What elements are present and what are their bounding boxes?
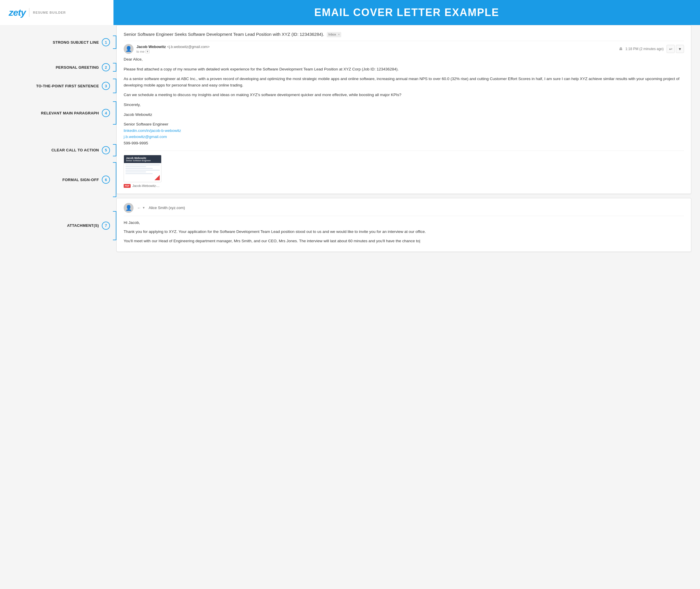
email-time-block: 🖶 1:18 PM (2 minutes ago) ↩ ▼ [619,45,684,53]
bracket-1 [113,35,116,49]
sender-name-email: Jacob Webowitz <j.b.webowitz@gmail.com> [136,44,210,49]
resume-name: Jacob Webowitz [126,157,159,160]
sender-block: 👤 Jacob Webowitz <j.b.webowitz@gmail.com… [124,44,210,54]
reply-avatar: 👤 [124,203,133,213]
sidebar-item-cta: CLEAR CALL TO ACTION 5 [9,142,116,158]
reply-para1: Thank you for applying to XYZ. Your appl… [124,228,684,235]
reply-actions: ← ▼ [137,206,145,210]
sender-avatar: 👤 [124,44,133,54]
email-link[interactable]: j.b.webowitz@gmail.com [124,135,167,139]
bracket-6 [113,162,116,197]
reply-card: 👤 ← ▼ Alice Smith (xyz.com) Hi Jacob, Th… [116,198,691,252]
sidebar-item-attachment: ATTACHMENT(S) 7 [9,217,116,233]
label-first-sentence: TO-THE-POINT FIRST SENTENCE [36,84,99,88]
resume-line-1 [125,165,160,165]
bracket-7 [113,211,116,240]
email-body: Dear Alice, Please find attached a copy … [124,56,684,147]
label-attachment: ATTACHMENT(S) [67,223,99,228]
email-sender-fullname: Jacob Webowitz [124,112,684,118]
reply-arrow-left[interactable]: ← [137,206,141,210]
sender-info: Jacob Webowitz <j.b.webowitz@gmail.com> … [136,44,210,53]
attachment-section: Jacob Webowitz Senior Software Engineer [124,151,684,188]
badge-2: 2 [102,63,110,71]
label-cta: CLEAR CALL TO ACTION [51,148,99,152]
header: zety RESUME BUILDER EMAIL COVER LETTER E… [0,0,700,25]
label-greeting: PERSONAL GREETING [56,65,99,69]
more-options-button[interactable]: ▼ [676,45,684,53]
resume-line-6 [125,173,153,174]
pdf-icon: PDF [124,184,131,188]
logo-subtitle: RESUME BUILDER [33,11,66,14]
pdf-label: PDF Jacob-Webowitz-... [124,184,684,188]
reply-para2: You'll meet with our Head of Engineering… [124,238,684,244]
email-closing: Sincerely, [124,102,684,108]
reply-dropdown[interactable]: ▼ [142,206,145,209]
main-content: STRONG SUBJECT LINE 1 PERSONAL GREETING … [0,25,700,263]
printer-icon: 🖶 [619,47,623,51]
resume-thumb-body [124,163,161,182]
sender-name: Jacob Webowitz [136,44,166,49]
resume-line-5 [125,172,146,172]
resume-thumbnail[interactable]: Jacob Webowitz Senior Software Engineer [124,155,161,182]
badge-1: 1 [102,38,110,46]
badge-7: 7 [102,222,110,230]
avatar-icon: 👤 [125,46,132,52]
reply-button[interactable]: ↩ [667,45,675,53]
bracket-2 [113,63,116,72]
reply-body: Hi Jacob, Thank you for applying to XYZ.… [124,219,684,244]
badge-4: 4 [102,109,110,117]
bracket-3 [113,78,116,93]
sidebar-item-subject: STRONG SUBJECT LINE 1 [9,25,116,51]
sidebar-item-main-para: RELEVANT MAIN PARAGRAPH 4 [9,104,116,122]
badge-3: 3 [102,82,110,90]
sender-title: Senior Software Engineer [124,122,168,126]
email-greeting: Dear Alice, [124,56,684,62]
header-title-section: EMAIL COVER LETTER EXAMPLE [113,0,700,25]
email-para1: Please find attached a copy of my resume… [124,66,684,72]
subject-text: Senior Software Engineer Seeks Software … [124,32,324,37]
sidebar-item-signoff: FORMAL SIGN-OFF 6 [9,171,116,188]
bracket-4 [113,101,116,125]
inbox-badge: Inbox × [327,32,341,37]
sidebar-item-first-sentence: TO-THE-POINT FIRST SENTENCE 3 [9,78,116,93]
resume-title: Senior Software Engineer [126,160,159,162]
logo-section: zety RESUME BUILDER [0,0,113,25]
label-main-para: RELEVANT MAIN PARAGRAPH [41,111,99,115]
corner-triangle [154,175,160,180]
reply-header: 👤 ← ▼ Alice Smith (xyz.com) [124,203,684,216]
email-meta: 👤 Jacob Webowitz <j.b.webowitz@gmail.com… [124,41,684,54]
corner-area [125,175,160,180]
email-card: Senior Software Engineer Seeks Software … [116,25,691,194]
email-para2: As a senior software engineer at ABC Inc… [124,76,684,88]
page-title: EMAIL COVER LETTER EXAMPLE [314,6,499,19]
reply-sender-name: Alice Smith (xyz.com) [149,206,185,210]
logo-zety: zety [9,7,26,18]
phone-number: 599-999-9995 [124,141,148,145]
email-time: 1:18 PM (2 minutes ago) [626,47,664,51]
attachment-filename: Jacob-Webowitz-... [132,184,159,188]
to-me-line: to me ▼ [136,50,210,53]
resume-thumb-header: Jacob Webowitz Senior Software Engineer [124,155,161,163]
badge-5: 5 [102,146,110,154]
right-panel: Senior Software Engineer Seeks Software … [116,25,691,252]
inbox-close[interactable]: × [338,33,340,36]
email-para3: Can we schedule a meeting to discuss my … [124,92,684,98]
email-actions: ↩ ▼ [667,45,684,53]
resume-line-4 [125,170,160,171]
resume-line-2 [125,166,146,167]
linkedin-link[interactable]: linkedin.com/in/jacob-b-webowitz [124,129,181,133]
to-me-text: to me [136,50,144,53]
inbox-label-text: Inbox [328,33,336,36]
label-signoff: FORMAL SIGN-OFF [62,178,99,182]
email-subject: Senior Software Engineer Seeks Software … [124,31,684,37]
reply-greeting: Hi Jacob, [124,219,684,226]
bracket-5 [113,144,116,156]
label-subject: STRONG SUBJECT LINE [53,40,99,44]
reply-avatar-icon: 👤 [125,205,132,211]
sender-email: <j.b.webowitz@gmail.com> [167,45,210,49]
email-signature: Senior Software Engineer linkedin.com/in… [124,121,684,146]
to-me-dropdown[interactable]: ▼ [145,50,150,53]
sidebar-item-greeting: PERSONAL GREETING 2 [9,60,116,74]
resume-line-3 [125,168,153,169]
logo-divider [29,8,29,17]
